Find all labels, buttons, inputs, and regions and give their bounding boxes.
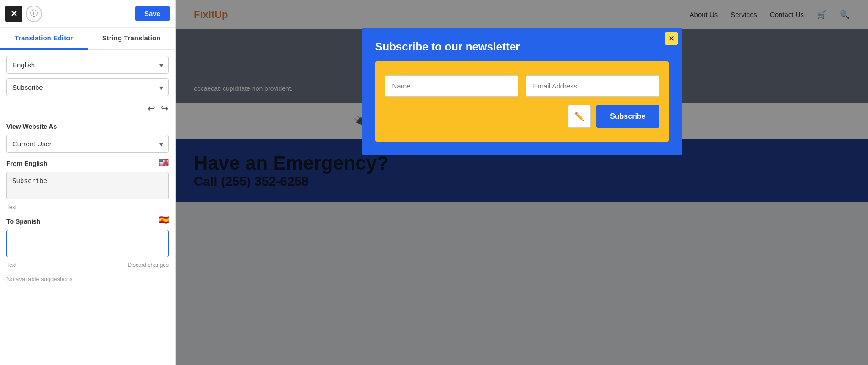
- current-user-select-wrapper: Current User Guest Admin ▾: [6, 135, 169, 153]
- undo-button[interactable]: ↩: [148, 103, 155, 114]
- modal-edit-button[interactable]: ✏️: [568, 105, 591, 128]
- modal-form-area: ✏️ Subscribe: [375, 61, 669, 142]
- language-select-wrapper: English Spanish French German ▾: [6, 56, 169, 74]
- to-text-area[interactable]: [6, 230, 169, 257]
- context-select[interactable]: Subscribe Homepage Contact: [6, 78, 169, 96]
- current-user-select[interactable]: Current User Guest Admin: [6, 135, 169, 153]
- panel-body: English Spanish French German ▾ Subscrib…: [0, 50, 175, 365]
- language-select[interactable]: English Spanish French German: [6, 56, 169, 74]
- modal-close-button[interactable]: ✕: [665, 32, 678, 45]
- to-type-label: Text: [6, 262, 16, 268]
- undo-redo-bar: ↩ ↪: [6, 101, 169, 116]
- to-section-label: To Spanish: [6, 218, 40, 225]
- tabs-container: Translation Editor String Translation: [0, 28, 175, 50]
- close-button[interactable]: ✕: [5, 6, 22, 22]
- modal-overlay: ✕ Subscribe to our newsletter ✏️ Subscri…: [176, 0, 868, 365]
- from-section-label: From English: [6, 160, 47, 167]
- from-flag: 🇺🇸: [159, 157, 169, 167]
- from-type-label: Text: [6, 204, 169, 210]
- tab-translation-editor[interactable]: Translation Editor: [0, 28, 88, 50]
- modal-email-input[interactable]: [526, 75, 659, 97]
- save-button[interactable]: Save: [135, 6, 170, 21]
- panel-header: ✕ ⓘ Save: [0, 0, 175, 28]
- to-flag: 🇪🇸: [159, 215, 169, 225]
- from-section-header: From English 🇺🇸: [6, 157, 169, 167]
- context-select-wrapper: Subscribe Homepage Contact ▾: [6, 78, 169, 96]
- modal-subscribe-button[interactable]: Subscribe: [596, 105, 659, 128]
- view-website-as-label: View Website As: [6, 123, 169, 130]
- discard-row: Text Discard changes: [6, 262, 169, 268]
- suggestions-label: No available suggestions: [6, 276, 169, 282]
- modal-inputs: [385, 75, 659, 97]
- modal-actions: ✏️ Subscribe: [385, 105, 659, 128]
- redo-button[interactable]: ↪: [161, 103, 169, 114]
- website-preview: FixItUp About Us Services Contact Us 🛒 🔍…: [176, 0, 868, 365]
- discard-changes-link[interactable]: Discard changes: [128, 262, 169, 268]
- left-panel: ✕ ⓘ Save Translation Editor String Trans…: [0, 0, 176, 365]
- to-section-header: To Spanish 🇪🇸: [6, 215, 169, 225]
- modal-title: Subscribe to our newsletter: [375, 40, 669, 53]
- newsletter-modal: ✕ Subscribe to our newsletter ✏️ Subscri…: [362, 28, 682, 155]
- from-text-area[interactable]: Subscribe: [6, 172, 169, 199]
- modal-name-input[interactable]: [385, 75, 518, 97]
- info-button[interactable]: ⓘ: [26, 6, 42, 22]
- tab-string-translation[interactable]: String Translation: [88, 28, 175, 50]
